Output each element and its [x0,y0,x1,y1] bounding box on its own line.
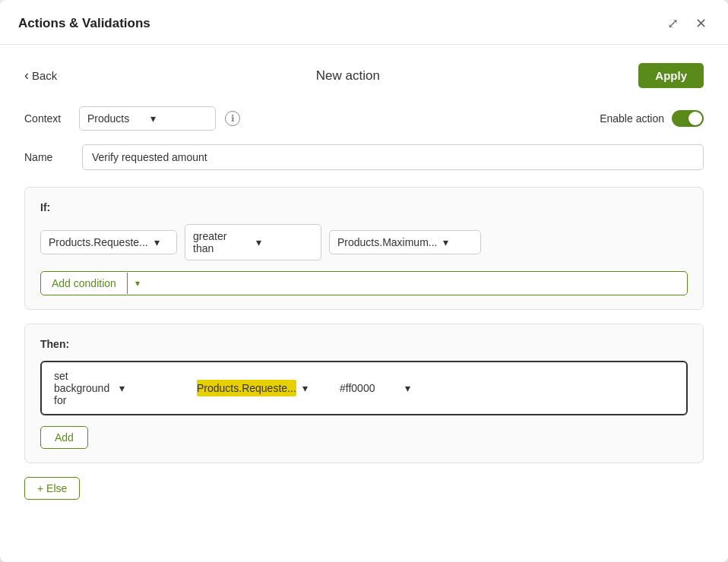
expand-icon: ⤢ [667,15,679,32]
add-button[interactable]: Add [40,426,88,449]
action-type-select[interactable]: set background for ▾ [48,367,185,409]
section-title: New action [316,68,380,84]
action-value-chevron-icon: ▾ [405,382,464,394]
context-chevron-icon: ▾ [150,112,207,125]
action-row: set background for ▾ Products.Requeste..… [40,361,688,415]
action-type-value: set background for [54,370,113,406]
dialog-header-actions: ⤢ ✕ [664,14,710,33]
context-row: Context Products ▾ ℹ Enable action [24,106,704,131]
action-value-text: #ff0000 [340,382,399,394]
action-field-value: Products.Requeste... [197,380,296,396]
enable-action-toggle[interactable] [672,110,704,127]
if-field2-value: Products.Maximum... [337,236,437,248]
apply-button[interactable]: Apply [638,63,704,88]
action-field-chevron-icon: ▾ [302,382,321,394]
enable-action-wrap: Enable action [600,110,704,127]
if-field1-value: Products.Requeste... [49,236,148,248]
close-icon: ✕ [695,15,707,32]
enable-action-label: Enable action [600,112,664,125]
then-label: Then: [40,338,688,350]
condition-row: Products.Requeste... ▾ greater than ▾ Pr… [40,224,688,260]
if-operator-select[interactable]: greater than ▾ [185,224,321,260]
if-field1-chevron-icon: ▾ [154,236,169,248]
if-field2-select[interactable]: Products.Maximum... ▾ [329,230,481,254]
add-condition-chevron-icon: ▾ [127,273,147,294]
action-field-select[interactable]: Products.Requeste... ▾ [191,377,328,399]
name-input[interactable] [82,144,704,170]
close-button[interactable]: ✕ [692,14,710,33]
back-arrow-icon: ‹ [24,68,29,84]
if-block: If: Products.Requeste... ▾ greater than … [24,187,704,310]
name-label: Name [24,151,70,163]
expand-button[interactable]: ⤢ [664,14,682,33]
else-button[interactable]: + Else [24,477,80,500]
back-label: Back [32,69,57,82]
dialog-body: ‹ Back New action Apply Context Products… [0,45,728,538]
action-value-select[interactable]: #ff0000 ▾ [334,379,470,397]
else-label: + Else [37,482,67,494]
dialog: Actions & Validations ⤢ ✕ ‹ Back New act… [0,0,728,562]
dialog-header: Actions & Validations ⤢ ✕ [0,0,728,45]
if-field2-chevron-icon: ▾ [443,236,473,248]
toggle-knob [688,112,702,125]
then-block: Then: set background for ▾ Products.Requ… [24,324,704,463]
add-condition-button[interactable]: Add condition ▾ [40,271,688,295]
back-button[interactable]: ‹ Back [24,68,57,84]
if-field1-select[interactable]: Products.Requeste... ▾ [40,230,177,254]
if-label: If: [40,201,688,213]
action-type-chevron-icon: ▾ [119,382,179,394]
add-condition-label: Add condition [41,272,127,295]
context-select[interactable]: Products ▾ [79,106,216,131]
dialog-title: Actions & Validations [18,16,150,31]
if-operator-value: greater than [193,230,250,254]
top-bar: ‹ Back New action Apply [24,63,704,88]
context-value: Products [87,112,144,125]
if-operator-chevron-icon: ▾ [256,236,313,248]
name-row: Name [24,144,704,170]
info-icon[interactable]: ℹ [225,111,240,126]
info-symbol: ℹ [231,113,235,124]
context-label: Context [24,112,70,125]
